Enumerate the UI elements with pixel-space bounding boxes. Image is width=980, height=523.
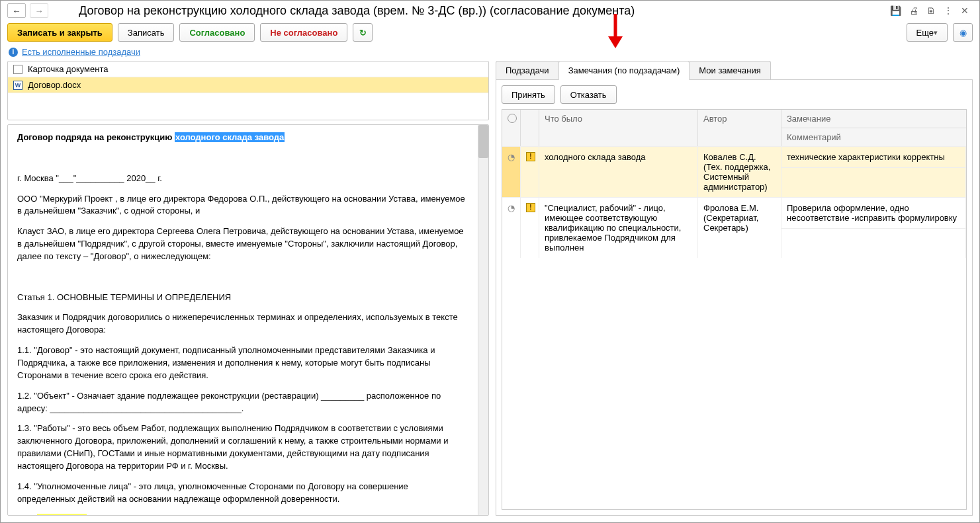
grid-header-note: Замечание: [787, 114, 961, 124]
save-icon[interactable]: 💾: [890, 5, 901, 16]
document-scroll-thumb[interactable]: [478, 125, 488, 158]
row-status-cell: ◔: [502, 198, 521, 258]
preview-icon[interactable]: 🗎: [926, 5, 936, 16]
grid-header-note-comment[interactable]: Замечание Комментарий: [781, 110, 966, 146]
doc-d12: 1.2. "Объект" - Означает здание подлежащ…: [17, 390, 468, 415]
kebab-menu-icon[interactable]: ⋮: [944, 5, 953, 16]
tab-my-notes[interactable]: Мои замечания: [689, 61, 771, 79]
file-card-row[interactable]: Карточка документа: [8, 61, 488, 77]
doc-d13: 1.3. "Работы" - это весь объем Работ, по…: [17, 422, 468, 472]
doc-title-prefix: Договор подряда на реконструкцию: [17, 132, 175, 142]
refresh-button[interactable]: ↻: [353, 23, 373, 42]
row-status-cell: ◔: [502, 147, 521, 197]
info-icon: i: [9, 48, 18, 57]
doc-p1: ООО "Меркурий Проект , в лице его директ…: [17, 193, 468, 218]
completed-subtasks-link[interactable]: Есть исполненные подзадачи: [22, 47, 140, 57]
row-warn-cell: [521, 198, 539, 258]
word-file-icon: W: [13, 81, 22, 90]
document-scrollbar[interactable]: [478, 125, 488, 515]
grid-header-author[interactable]: Автор: [698, 110, 781, 146]
grid-header-comment: Комментарий: [781, 128, 966, 146]
clock-icon: ◔: [508, 152, 515, 162]
window-title: Договор на реконструкцию холодного склад…: [52, 4, 886, 18]
row-comment: [781, 167, 965, 179]
doc-p2: Клауст ЗАО, в лице его директора Сергеев…: [17, 225, 468, 263]
save-button[interactable]: Записать: [118, 23, 175, 42]
more-button[interactable]: Еще: [907, 23, 948, 42]
not-agreed-button[interactable]: Не согласовано: [260, 23, 347, 42]
row-author: Фролова Е.М. (Секретариат, Секретарь): [698, 198, 781, 258]
doc-title-highlight: холодного склада завода: [175, 132, 285, 142]
nav-back-button[interactable]: ←: [7, 3, 26, 18]
grid-row[interactable]: ◔ "Специалист, рабочий" - лицо, имеющее …: [502, 197, 966, 258]
clock-icon: ◔: [508, 203, 515, 213]
accept-button[interactable]: Принять: [502, 85, 555, 104]
document-card-icon: [13, 65, 22, 74]
doc-city-line: г. Москва "___"__________ 2020__ г.: [17, 173, 468, 185]
grid-header-what[interactable]: Что было: [539, 110, 698, 146]
row-author: Ковалев С.Д. (Тех. поддержка, Системный …: [698, 147, 781, 197]
grid-row[interactable]: ◔ холодного склада завода Ковалев С.Д. (…: [502, 146, 966, 197]
agreed-button[interactable]: Согласовано: [179, 23, 255, 42]
nav-forward-button[interactable]: →: [30, 3, 48, 18]
grid-header: Что было Автор Замечание Комментарий: [502, 110, 966, 146]
save-and-close-button[interactable]: Записать и закрыть: [7, 23, 112, 42]
row-note: технические характеристики корректны: [787, 152, 960, 162]
grid-header-status: [521, 110, 539, 146]
tabs: Подзадачи Замечания (по подзадачам) Мои …: [496, 61, 973, 80]
file-card-label: Карточка документа: [28, 64, 108, 74]
file-docx-label: Договор.docx: [28, 80, 81, 90]
close-icon[interactable]: ✕: [961, 5, 969, 16]
doc-d15-highlight: Специалист: [37, 514, 87, 515]
print-icon[interactable]: 🖨: [909, 5, 918, 16]
row-what: холодного склада завода: [539, 147, 698, 197]
doc-d11: 1.1. "Договор" - это настоящий документ,…: [17, 344, 468, 382]
warning-icon: [526, 152, 535, 161]
file-list: Карточка документа W Договор.docx: [7, 61, 489, 120]
document-preview: Договор подряда на реконструкцию холодно…: [7, 124, 489, 516]
reject-button[interactable]: Отказать: [560, 85, 617, 104]
doc-art1: Статья 1. ОСНОВНЫЕ ТЕРМИНЫ И ОПРЕДЕЛЕНИЯ: [17, 292, 468, 304]
notes-grid: Что было Автор Замечание Комментарий ◔ х…: [502, 109, 967, 510]
check-all-icon[interactable]: [508, 114, 517, 123]
row-comment: [781, 228, 965, 239]
document-content[interactable]: Договор подряда на реконструкцию холодно…: [8, 125, 478, 515]
doc-d15-pre: 1.5. ": [17, 514, 37, 515]
tab-notes-by-subtasks[interactable]: Замечания (по подзадачам): [558, 61, 690, 80]
warning-icon: [526, 203, 535, 212]
tab-subtasks[interactable]: Подзадачи: [496, 61, 559, 79]
row-what: "Специалист, рабочий" - лицо, имеющее со…: [539, 198, 698, 258]
row-warn-cell: [521, 147, 539, 197]
row-note: Проверила оформление, одно несоответстви…: [787, 203, 960, 223]
file-docx-row[interactable]: W Договор.docx: [8, 77, 488, 93]
help-button[interactable]: ◉: [953, 23, 973, 42]
grid-header-check[interactable]: [502, 110, 521, 146]
doc-art1-intro: Заказчик и Подрядчик договорились о ниже…: [17, 311, 468, 337]
doc-d14: 1.4. "Уполномоченные лица" - это лица, у…: [17, 481, 468, 506]
